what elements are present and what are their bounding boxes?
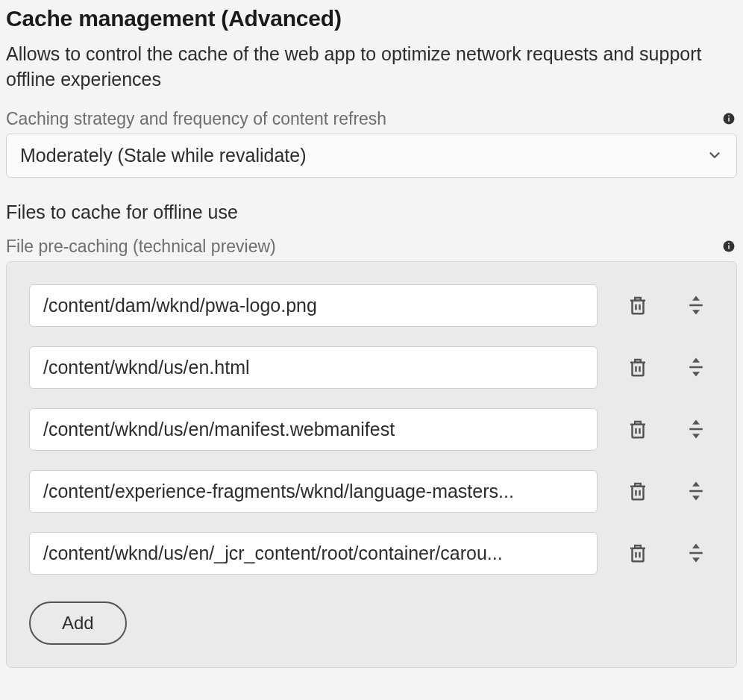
info-icon[interactable] (721, 110, 737, 127)
section-description: Allows to control the cache of the web a… (6, 42, 737, 93)
delete-icon[interactable] (620, 480, 656, 502)
svg-rect-9 (689, 490, 703, 493)
path-input[interactable] (29, 532, 598, 575)
svg-rect-2 (728, 116, 730, 117)
reorder-icon[interactable] (678, 294, 714, 316)
path-input[interactable] (29, 470, 598, 513)
chevron-down-icon (706, 147, 723, 163)
add-button[interactable]: Add (29, 601, 127, 645)
info-icon[interactable] (721, 238, 737, 254)
path-input[interactable] (29, 408, 598, 451)
svg-rect-5 (728, 243, 730, 245)
delete-icon[interactable] (620, 418, 656, 440)
list-item (29, 470, 714, 513)
precache-list: Add (6, 261, 737, 668)
list-item (29, 346, 714, 389)
strategy-value: Moderately (Stale while revalidate) (20, 145, 307, 166)
svg-rect-7 (689, 366, 703, 369)
reorder-icon[interactable] (678, 418, 714, 440)
delete-icon[interactable] (620, 356, 656, 378)
reorder-icon[interactable] (678, 542, 714, 564)
strategy-label: Caching strategy and frequency of conten… (6, 109, 386, 129)
precache-label: File pre-caching (technical preview) (6, 237, 276, 257)
path-input[interactable] (29, 346, 598, 389)
svg-rect-8 (689, 428, 703, 431)
files-section-header: Files to cache for offline use (6, 201, 737, 223)
svg-rect-6 (689, 304, 703, 307)
svg-rect-1 (728, 118, 730, 122)
delete-icon[interactable] (620, 542, 656, 564)
strategy-select[interactable]: Moderately (Stale while revalidate) (6, 134, 737, 178)
list-item (29, 408, 714, 451)
list-item (29, 284, 714, 327)
reorder-icon[interactable] (678, 480, 714, 502)
svg-rect-10 (689, 552, 703, 554)
section-heading: Cache management (Advanced) (6, 6, 737, 31)
svg-rect-4 (728, 246, 730, 249)
list-item (29, 532, 714, 575)
path-input[interactable] (29, 284, 598, 327)
delete-icon[interactable] (620, 294, 656, 316)
reorder-icon[interactable] (678, 356, 714, 378)
